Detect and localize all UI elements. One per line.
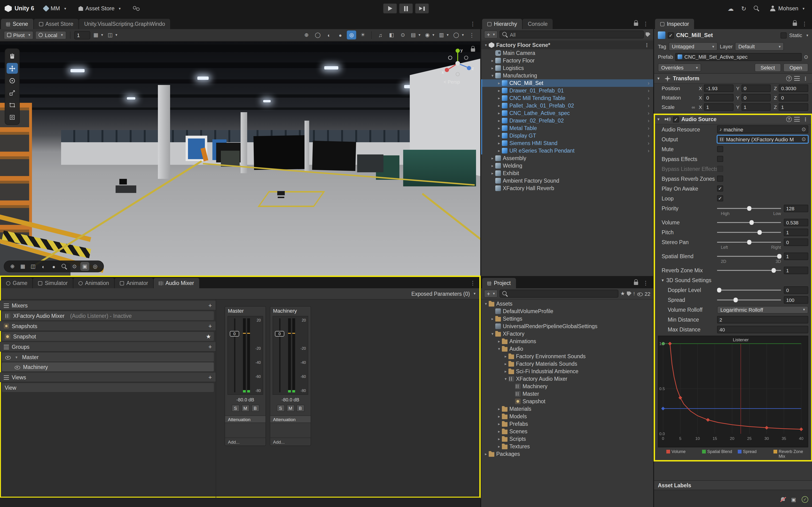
- hidden-objects-dropdown[interactable]: ◉▾: [424, 31, 436, 40]
- scale-x-field[interactable]: 1: [704, 103, 733, 111]
- expander-closed-icon[interactable]: ▸: [496, 437, 502, 441]
- kebab-menu-icon[interactable]: ⋮: [468, 21, 477, 27]
- pause-button[interactable]: [399, 3, 413, 14]
- snap-settings-toggle[interactable]: ◫▾: [106, 31, 119, 40]
- prefab-open-chevron-icon[interactable]: ›: [646, 95, 651, 101]
- spread-slider[interactable]: [717, 296, 781, 303]
- asset-store-menu[interactable]: Asset Store ▾: [75, 4, 123, 13]
- alerts-icon[interactable]: !: [633, 291, 635, 296]
- prefab-open-chevron-icon[interactable]: ›: [646, 88, 651, 94]
- project-item[interactable]: Snapshot: [481, 398, 653, 405]
- tab-simulator[interactable]: Simulator: [33, 278, 73, 288]
- project-item[interactable]: DefaultVolumeProfile: [481, 307, 653, 315]
- kebab-menu-icon[interactable]: ⋮: [802, 116, 809, 122]
- expander-open-icon[interactable]: ▾: [14, 355, 19, 359]
- slider-handle[interactable]: [758, 230, 762, 234]
- tab-animation[interactable]: Animation: [73, 278, 114, 288]
- expander-closed-icon[interactable]: ▸: [496, 133, 502, 138]
- component-enabled-checkbox[interactable]: [673, 116, 679, 122]
- scene-2d-toggle[interactable]: ●: [336, 31, 345, 40]
- kebab-menu-icon[interactable]: ⋮: [467, 32, 476, 38]
- slider-handle[interactable]: [717, 288, 721, 292]
- expander-open-icon[interactable]: ▾: [483, 301, 489, 306]
- project-item[interactable]: ▾XFactory: [481, 330, 653, 338]
- gameobject-name[interactable]: CNC_Mill_Set: [676, 32, 713, 39]
- scene-menu-icon[interactable]: ⋮: [642, 42, 651, 48]
- pivot-dropdown[interactable]: Pivot ▾: [4, 31, 34, 39]
- grid-snap-toggle[interactable]: ▦▾: [92, 31, 105, 40]
- audio-resource-object-field[interactable]: ♪machine⊙: [717, 125, 808, 133]
- project-item[interactable]: UniversalRenderPipelineGlobalSettings: [481, 323, 653, 330]
- project-item[interactable]: ▾Assets: [481, 300, 653, 307]
- account-menu[interactable]: Mohsen ▾: [767, 4, 807, 13]
- gizmos-dropdown[interactable]: ◯▾: [452, 31, 465, 40]
- expander-closed-icon[interactable]: ▸: [496, 141, 502, 146]
- favorites-icon[interactable]: ★: [620, 291, 625, 297]
- visual-scripting-graph-button[interactable]: [130, 5, 142, 12]
- prefab-open-chevron-icon[interactable]: ›: [646, 80, 651, 86]
- min-distance-field[interactable]: 2: [717, 316, 808, 323]
- expander-open-icon[interactable]: ▾: [496, 346, 502, 351]
- scene-lighting-toggle[interactable]: ◎: [347, 31, 356, 40]
- prefab-open-chevron-icon[interactable]: ›: [646, 103, 651, 108]
- background-tasks-icon[interactable]: ✓: [802, 496, 808, 503]
- mute-checkbox[interactable]: [717, 146, 723, 152]
- spatial-blend-value-field[interactable]: 1: [784, 252, 808, 260]
- expander-closed-icon[interactable]: ▸: [503, 369, 508, 374]
- create-object-button[interactable]: +▾: [484, 31, 498, 39]
- position-x-field[interactable]: -1.93: [704, 84, 733, 92]
- hierarchy-item[interactable]: ▸Drawer_01_Prefab_01›: [481, 87, 653, 94]
- add-effect-button[interactable]: Add...: [270, 438, 311, 446]
- visibility-eye-icon[interactable]: [5, 354, 11, 360]
- rolloff-curve-svg[interactable]: Listener1.00.50.00510152025303540: [658, 336, 806, 442]
- expander-open-icon[interactable]: ▾: [490, 73, 495, 78]
- loop-checkbox[interactable]: [717, 195, 723, 202]
- priority-slider[interactable]: [717, 205, 781, 212]
- bypass-effects-checkbox[interactable]: [717, 156, 723, 162]
- select-button[interactable]: Select: [754, 63, 781, 72]
- transform-header[interactable]: ▾ Transform ? ⋮: [654, 73, 812, 83]
- visibility-eye-icon[interactable]: [14, 364, 20, 370]
- hierarchy-item[interactable]: ▸Logistics: [481, 64, 653, 72]
- scene-viewport[interactable]: y x z < Persp ⊕ ▦ ◫ ◐ ● ⊙ ▣ ◎: [0, 42, 480, 276]
- layer-dropdown[interactable]: Default▾: [735, 42, 784, 51]
- slider-handle[interactable]: [747, 206, 751, 211]
- help-icon[interactable]: ?: [786, 75, 792, 81]
- scene-audio-toggle[interactable]: ♫: [375, 31, 385, 40]
- cloud-icon[interactable]: ☁: [728, 5, 734, 12]
- hierarchy-item[interactable]: ▸Pallet_Jack_01_Prefab_02›: [481, 102, 653, 109]
- orientation-overlay-icon[interactable]: ◎: [91, 262, 100, 271]
- scene-visibility-toggle[interactable]: ◧: [387, 31, 396, 40]
- hierarchy-item[interactable]: ▸Welding: [481, 162, 653, 169]
- doppler-level-slider[interactable]: [717, 287, 781, 293]
- expander-closed-icon[interactable]: ▸: [483, 452, 489, 456]
- camera-settings-dropdown[interactable]: ▥▾: [438, 31, 450, 40]
- expander-closed-icon[interactable]: ▸: [496, 406, 502, 411]
- expander-closed-icon[interactable]: ▸: [496, 421, 502, 426]
- render-doc-icon[interactable]: ◯: [313, 31, 322, 40]
- kebab-menu-icon[interactable]: ⋮: [468, 280, 477, 286]
- shading-toggle-icon[interactable]: ◫: [29, 262, 38, 271]
- prefab-open-chevron-icon[interactable]: ›: [646, 133, 651, 138]
- step-button[interactable]: [415, 3, 429, 14]
- foldout-arrow-icon[interactable]: ▾: [662, 278, 666, 282]
- kebab-menu-icon[interactable]: ⋮: [641, 21, 650, 27]
- lock-icon[interactable]: [471, 48, 475, 52]
- hierarchy-item[interactable]: ▸Drawer_02_Prefab_02›: [481, 117, 653, 124]
- slider-handle[interactable]: [777, 254, 781, 259]
- hierarchy-item[interactable]: ▾Factory Floor Scene*⋮: [481, 41, 653, 49]
- chevron-down-icon[interactable]: ▾: [806, 33, 808, 37]
- project-item[interactable]: ▸Scripts: [481, 435, 653, 443]
- strip-title[interactable]: Master: [225, 306, 265, 315]
- slider-handle[interactable]: [734, 297, 738, 302]
- history-icon[interactable]: ↻: [741, 5, 747, 12]
- bypass-listener-effects-checkbox[interactable]: [717, 166, 723, 172]
- rect-tool-button[interactable]: [7, 100, 18, 110]
- volume-value-field[interactable]: 0.538: [784, 219, 808, 226]
- play-button[interactable]: [383, 3, 397, 14]
- search-overlay-icon[interactable]: [60, 262, 68, 271]
- position-y-field[interactable]: 0: [741, 84, 771, 92]
- prefab-object-field[interactable]: CNC_Mill_Set_Active_spec: [675, 53, 802, 61]
- max-distance-field[interactable]: 40: [717, 326, 808, 333]
- spread-value-field[interactable]: 100: [784, 296, 808, 303]
